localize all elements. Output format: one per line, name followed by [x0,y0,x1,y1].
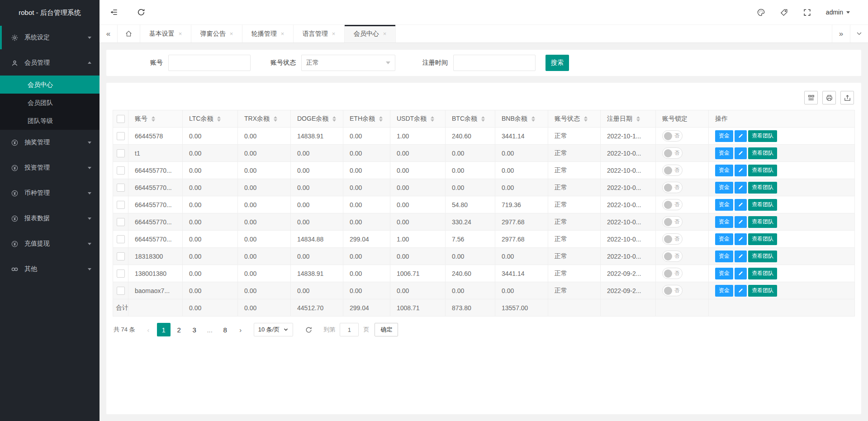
sidebar-item-member-management[interactable]: 会员管理 [0,50,100,76]
row-checkbox[interactable] [117,166,125,175]
sidebar-item-report-data[interactable]: 报表数据 [0,206,100,231]
tab-弹窗公告[interactable]: 弹窗公告× [191,25,242,43]
fund-button[interactable]: 资金 [715,216,733,228]
sidebar-item-lottery-management[interactable]: 抽奖管理 [0,130,100,155]
tab-会员中心[interactable]: 会员中心× [345,25,396,43]
sort-icon[interactable] [152,114,155,123]
sort-icon[interactable] [531,114,535,123]
column-header-注册日期[interactable]: 注册日期 [601,110,656,128]
tab-轮播管理[interactable]: 轮播管理× [242,25,294,43]
edit-button[interactable] [735,285,747,297]
row-checkbox[interactable] [117,149,125,157]
page-button-1[interactable]: 1 [157,323,171,336]
column-header-TRX余额[interactable]: TRX余额 [238,110,291,128]
fund-button[interactable]: 资金 [715,199,733,211]
refresh-icon[interactable] [137,8,146,17]
lock-toggle[interactable]: 否 [662,147,683,159]
close-icon[interactable]: × [332,30,336,37]
view-team-button[interactable]: 查看团队 [748,285,777,297]
sidebar-item-deposit-withdraw[interactable]: 充值提现 [0,231,100,256]
close-icon[interactable]: × [383,30,387,37]
view-team-button[interactable]: 查看团队 [748,268,777,279]
row-checkbox[interactable] [117,270,125,278]
regdate-input[interactable] [453,55,536,71]
sidebar-item-other[interactable]: 其他 [0,256,100,282]
account-input[interactable] [168,55,251,71]
edit-button[interactable] [735,130,747,142]
column-header-BNB余额[interactable]: BNB余额 [495,110,548,128]
close-icon[interactable]: × [179,30,182,37]
view-team-button[interactable]: 查看团队 [748,165,777,176]
lock-toggle[interactable]: 否 [662,165,683,176]
column-header-账号状态[interactable]: 账号状态 [548,110,601,128]
sort-icon[interactable] [584,114,588,123]
lock-toggle[interactable]: 否 [662,233,683,245]
edit-button[interactable] [735,216,747,228]
lock-toggle[interactable]: 否 [662,251,683,262]
print-button[interactable] [822,91,836,104]
sidebar-item-currency-management[interactable]: 币种管理 [0,180,100,206]
sort-icon[interactable] [431,114,434,123]
lock-toggle[interactable]: 否 [662,199,683,210]
row-checkbox[interactable] [117,184,125,192]
search-button[interactable]: 搜索 [545,55,569,71]
fund-button[interactable]: 资金 [715,251,733,262]
view-team-button[interactable]: 查看团队 [748,233,777,245]
edit-button[interactable] [735,233,747,245]
sort-icon[interactable] [481,114,485,123]
column-header-BTC余额[interactable]: BTC余额 [446,110,495,128]
column-header-账号[interactable]: 账号 [128,110,183,128]
view-team-button[interactable]: 查看团队 [748,182,777,194]
close-icon[interactable]: × [281,30,285,37]
theme-palette-icon[interactable] [757,8,765,17]
view-team-button[interactable]: 查看团队 [748,199,777,211]
status-select[interactable]: 正常 [301,55,395,71]
fund-button[interactable]: 资金 [715,182,733,194]
row-checkbox[interactable] [117,132,125,140]
row-checkbox[interactable] [117,235,125,243]
pagination-refresh-icon[interactable] [305,326,313,334]
goto-confirm-button[interactable]: 确定 [375,323,398,336]
sort-icon[interactable] [274,114,277,123]
page-button-8[interactable]: 8 [218,323,232,336]
sort-icon[interactable] [217,114,221,123]
view-team-button[interactable]: 查看团队 [748,130,777,142]
tab-语言管理[interactable]: 语言管理× [294,25,345,43]
fund-button[interactable]: 资金 [715,147,733,159]
view-team-button[interactable]: 查看团队 [748,216,777,228]
edit-button[interactable] [735,199,747,211]
page-button-3[interactable]: 3 [188,323,201,336]
fund-button[interactable]: 资金 [715,285,733,297]
fullscreen-icon[interactable] [803,8,811,17]
edit-button[interactable] [735,251,747,262]
fund-button[interactable]: 资金 [715,268,733,279]
sidebar-subitem-team-level[interactable]: 团队等级 [0,112,100,130]
column-header-ETH余额[interactable]: ETH余额 [343,110,390,128]
tabs-menu-icon[interactable] [850,25,868,43]
close-icon[interactable]: × [230,30,233,37]
edit-button[interactable] [735,182,747,194]
export-button[interactable] [840,91,854,104]
sort-icon[interactable] [636,114,640,123]
column-filter-button[interactable] [804,91,818,104]
lock-toggle[interactable]: 否 [662,130,683,142]
row-checkbox[interactable] [117,201,125,209]
view-team-button[interactable]: 查看团队 [748,251,777,262]
view-team-button[interactable]: 查看团队 [748,147,777,159]
goto-page-input[interactable] [340,323,359,336]
column-header-LTC余额[interactable]: LTC余额 [183,110,238,128]
page-button-2[interactable]: 2 [172,323,186,336]
row-checkbox[interactable] [117,287,125,295]
tab-基本设置[interactable]: 基本设置× [140,25,191,43]
home-tab[interactable] [118,25,140,43]
edit-button[interactable] [735,165,747,176]
sidebar-subitem-member-center[interactable]: 会员中心 [0,76,100,94]
tabs-scroll-left-icon[interactable]: « [100,25,118,43]
select-all-checkbox[interactable] [117,115,125,123]
tag-icon[interactable] [780,8,788,17]
row-checkbox[interactable] [117,218,125,226]
sidebar-subitem-member-team[interactable]: 会员团队 [0,94,100,112]
lock-toggle[interactable]: 否 [662,268,683,279]
column-header-USDT余额[interactable]: USDT余额 [390,110,446,128]
tabs-scroll-right-icon[interactable]: » [832,25,850,43]
